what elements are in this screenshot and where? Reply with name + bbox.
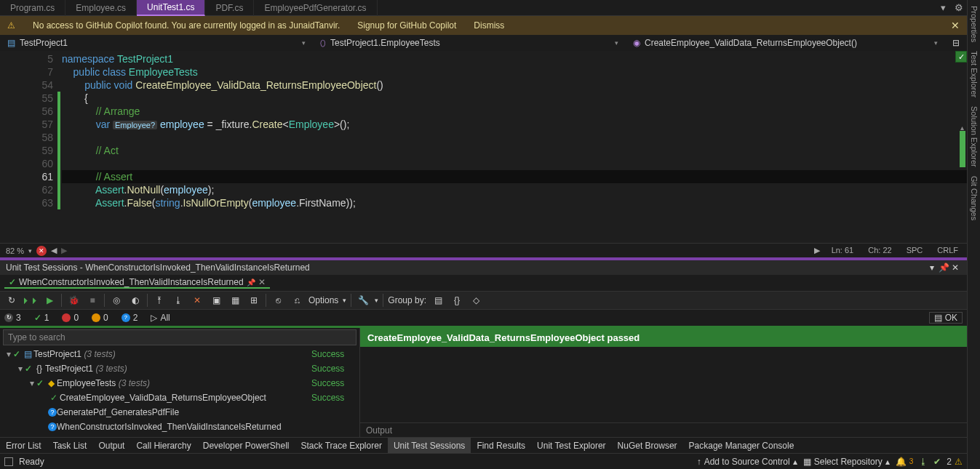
bottom-tab[interactable]: Error List [0,438,47,454]
side-tab[interactable]: Properties [970,3,979,45]
code-line[interactable]: { [62,92,967,105]
nav-prev-icon[interactable]: ◀ [51,246,57,255]
group-proj-icon[interactable]: ▤ [431,293,445,308]
chevron-down-icon[interactable]: ▾ [28,247,32,254]
zoom-level[interactable]: 82 % [6,246,24,255]
session-tab[interactable]: ✓ WhenConstructorIsInvoked_ThenValidInst… [4,277,270,289]
code-editor[interactable]: 5754555657585960616263 namespace TestPro… [0,51,967,243]
test-tree-row[interactable]: ?GeneratePdf_GeneratesPdfFile [0,405,359,420]
test-tree-row[interactable]: ▾✓{}TestProject1 (3 tests)Success [0,361,359,376]
test-tree-row[interactable]: ?WhenConstructorIsInvoked_ThenValidInsta… [0,420,359,434]
nav-class[interactable]: ⬯ TestProject1.EmployeeTests ▾ [313,38,626,48]
bottom-tab[interactable]: Package Manager Console [683,438,800,454]
unpin-icon[interactable]: 📌 [247,278,255,286]
code-line[interactable]: namespace TestProject1 [62,52,967,65]
side-tab[interactable]: Solution Explorer [970,103,979,170]
filter-fail[interactable]: 0 [62,313,79,323]
file-tab[interactable]: Employee.cs [65,0,137,16]
side-tab[interactable]: Test Explorer [970,48,979,100]
code-line[interactable]: public class EmployeeTests [62,65,967,79]
line-ending[interactable]: CRLF [934,246,961,255]
file-tab[interactable]: Program.cs [0,0,65,16]
filter-warn[interactable]: 0 [92,313,108,323]
notifications-icon[interactable]: 🔔3 [896,457,914,467]
code-line[interactable]: Assert.False(string.IsNullOrEmpty(employ… [62,196,967,209]
test-search-input[interactable]: Type to search [3,329,356,345]
close-icon[interactable]: ✕ [951,20,960,31]
nav-project[interactable]: ▤ TestProject1 ▾ [0,38,313,48]
rerun-icon[interactable]: ↻ [4,293,19,308]
file-tab[interactable]: PDF.cs [205,0,254,16]
indent-mode[interactable]: SPC [904,246,926,255]
code-area[interactable]: namespace TestProject1 public class Empl… [62,51,967,243]
add-source-control[interactable]: ↑ Add to Source Control ▴ [697,457,797,467]
file-tab[interactable]: EmployeePdfGenerator.cs [254,0,377,16]
gear-icon[interactable]: ⚙ [951,2,967,13]
options-dropdown[interactable]: Options [308,295,338,305]
toggle-1-icon[interactable]: ▣ [209,293,223,308]
run-icon[interactable]: ▶ [42,293,57,308]
bottom-tab[interactable]: Find Results [471,438,531,454]
bottom-tab[interactable]: Task List [47,438,93,454]
code-line[interactable] [62,157,967,170]
errors-icon[interactable]: 2⚠ [947,457,963,467]
pin-icon[interactable]: 📌 [938,262,949,273]
bottom-tab[interactable]: Output [92,438,130,454]
delete-icon[interactable]: ✕ [190,293,204,308]
scroll-indicator[interactable]: ✓ ▴ [954,51,967,243]
bottom-tab[interactable]: Unit Test Explorer [531,438,611,454]
code-line[interactable]: Assert.NotNull(employee); [62,183,967,196]
code-line[interactable]: public void CreateEmployee_ValidData_Ret… [62,79,967,92]
bottom-tab[interactable]: Unit Test Sessions [388,438,471,454]
test-tree-row[interactable]: ▾✓▤TestProject1 (3 tests)Success [0,347,359,361]
select-repo[interactable]: ▦ Select Repository ▴ [803,457,890,467]
run-all-icon[interactable]: ⏵⏵ [23,293,38,308]
test-tree-row[interactable]: ✓CreateEmployee_ValidData_ReturnsEmploye… [0,390,359,405]
cover-icon[interactable]: ◎ [109,293,124,308]
nav-next-issue-icon[interactable]: ▶ [814,246,820,255]
import-icon[interactable]: ⭳ [171,293,186,308]
tab-overflow-icon[interactable]: ▾ [935,2,951,13]
status-square-icon[interactable] [4,457,13,466]
expand-icon[interactable]: ▾ [4,349,13,359]
copilot-signup-link[interactable]: Signup for GitHub Copilot [357,20,456,31]
export-icon[interactable]: ⭱ [152,293,167,308]
nav-split-icon[interactable]: ⊟ [945,38,967,48]
group-ns-icon[interactable]: {} [450,293,464,308]
output-tab[interactable]: Output [360,422,967,437]
debug-icon[interactable]: 🐞 [66,293,81,308]
bottom-tab[interactable]: NuGet Browser [612,438,683,454]
filter-all[interactable]: ▷All [151,313,170,323]
bottom-tab[interactable]: Call Hierarchy [130,438,196,454]
code-line[interactable]: // Act [62,144,967,157]
toggle-3-icon[interactable]: ⊞ [247,293,261,308]
status-i2-icon[interactable]: ✔ [933,457,941,467]
bottom-tab[interactable]: Stack Trace Explorer [295,438,388,454]
code-line[interactable]: // Arrange [62,105,967,118]
group-cls-icon[interactable]: ◇ [469,293,483,308]
panel-menu-icon[interactable]: ▾ [926,262,938,273]
side-tab[interactable]: Git Changes [970,173,979,223]
nav-method[interactable]: ◉ CreateEmployee_ValidData_ReturnsEmploy… [626,38,945,48]
error-indicator-icon[interactable]: ✕ [36,246,47,256]
code-line[interactable]: var Employee? employee = _fixture.Create… [62,118,967,131]
copilot-dismiss-link[interactable]: Dismiss [474,20,504,31]
file-tab[interactable]: UnitTest1.cs [137,0,205,16]
filter-info[interactable]: ?2 [121,313,138,323]
expand-icon[interactable]: ▾ [16,364,25,374]
status-i1-icon[interactable]: ⭳ [919,457,928,467]
close-icon[interactable]: ✕ [949,262,961,273]
filter-pass[interactable]: ✓1 [34,313,49,323]
nav-next-icon[interactable]: ▶ [61,246,67,255]
expand-icon[interactable]: ▾ [28,378,36,388]
wrench-icon[interactable]: 🔧 [356,293,370,308]
stop-icon[interactable]: ■ [85,293,100,308]
settings-1-icon[interactable]: ⎋ [271,293,285,308]
code-line[interactable]: // Assert [62,170,967,183]
close-tab-icon[interactable]: ✕ [258,277,266,287]
filter-total[interactable]: ↻3 [4,313,21,323]
toggle-2-icon[interactable]: ▦ [228,293,242,308]
chevron-up-icon[interactable]: ▴ [960,124,964,132]
settings-2-icon[interactable]: ⎌ [290,293,304,308]
profile-icon[interactable]: ◐ [128,293,143,308]
